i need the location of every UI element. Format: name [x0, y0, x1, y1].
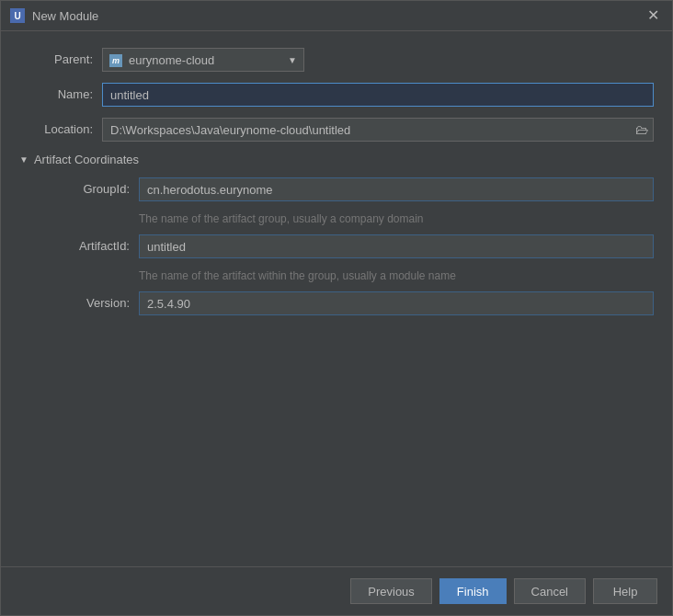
version-row: Version:: [38, 291, 654, 315]
groupid-input-wrapper: [139, 177, 654, 201]
groupid-hint: The name of the artifact group, usually …: [139, 212, 654, 225]
parent-select[interactable]: eurynome-cloud: [102, 48, 304, 72]
dialog-content: Parent: m eurynome-cloud ▼ Name: Locatio…: [1, 31, 672, 566]
location-input[interactable]: [102, 118, 654, 142]
location-row: Location: 🗁: [19, 118, 654, 142]
artifactid-input[interactable]: [139, 234, 654, 258]
parent-select-wrapper: m eurynome-cloud ▼: [102, 48, 304, 72]
artifactid-hint: The name of the artifact within the grou…: [139, 269, 654, 282]
section-toggle-icon: ▼: [19, 154, 29, 165]
name-label: Name:: [19, 84, 102, 106]
button-bar: Previous Finish Cancel Help: [1, 566, 672, 615]
app-icon: U: [10, 8, 25, 23]
cancel-button[interactable]: Cancel: [514, 578, 586, 604]
parent-label: Parent:: [19, 49, 102, 71]
name-row: Name:: [19, 83, 654, 107]
previous-button[interactable]: Previous: [350, 578, 432, 604]
dialog-title: New Module: [32, 9, 636, 23]
artifactid-label: ArtifactId:: [38, 235, 139, 257]
new-module-dialog: U New Module ✕ Parent: m eurynome-cloud …: [0, 0, 673, 616]
location-input-wrapper: 🗁: [102, 118, 654, 142]
artifactid-input-wrapper: [139, 234, 654, 258]
groupid-input[interactable]: [139, 177, 654, 201]
location-label: Location:: [19, 119, 102, 141]
artifact-section-header[interactable]: ▼ Artifact Coordinates: [19, 153, 654, 166]
artifact-section: GroupId: The name of the artifact group,…: [19, 177, 654, 315]
version-input-wrapper: [139, 291, 654, 315]
close-button[interactable]: ✕: [644, 6, 663, 25]
version-label: Version:: [38, 292, 139, 314]
name-input-wrapper: [102, 83, 654, 107]
version-input[interactable]: [139, 291, 654, 315]
parent-row: Parent: m eurynome-cloud ▼: [19, 48, 654, 72]
help-button[interactable]: Help: [593, 578, 657, 604]
groupid-label: GroupId:: [38, 178, 139, 200]
title-bar: U New Module ✕: [1, 1, 672, 31]
artifactid-row: ArtifactId:: [38, 234, 654, 258]
folder-icon[interactable]: 🗁: [635, 122, 648, 137]
finish-button[interactable]: Finish: [439, 578, 507, 604]
name-input[interactable]: [102, 83, 654, 107]
artifact-section-title: Artifact Coordinates: [34, 153, 139, 166]
groupid-row: GroupId:: [38, 177, 654, 201]
